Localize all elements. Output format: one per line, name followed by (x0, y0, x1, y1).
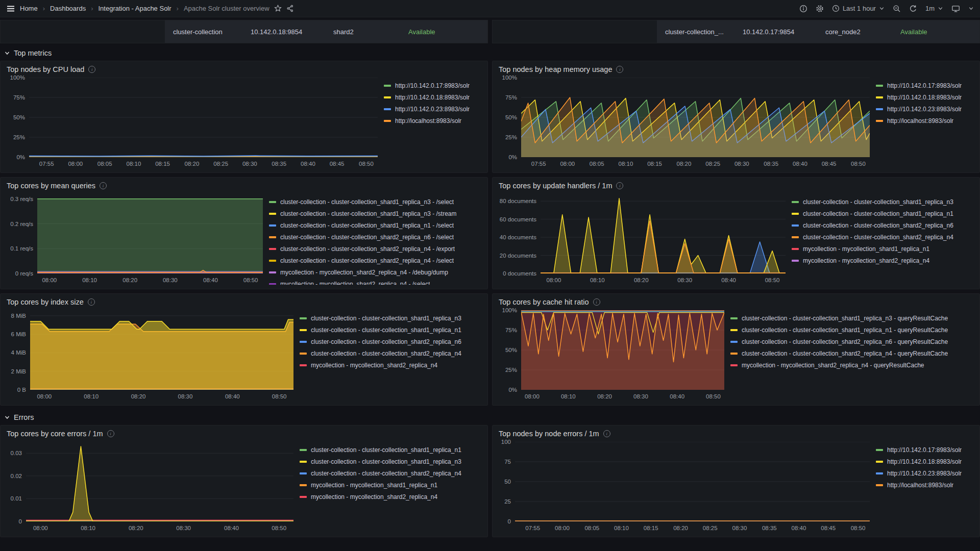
legend-item[interactable]: cluster-collection - cluster-collection_… (300, 336, 482, 347)
legend-item[interactable]: cluster-collection - cluster-collection_… (730, 336, 974, 347)
legend-item[interactable]: cluster-collection - cluster-collection_… (269, 231, 482, 243)
breadcrumb-folder[interactable]: Integration - Apache Solr (98, 5, 171, 12)
table-row[interactable]: cluster-collection 10.142.0.18:9854 shar… (165, 20, 487, 43)
legend-item[interactable]: cluster-collection - cluster-collection_… (269, 243, 482, 255)
dashboard-insights-icon[interactable] (799, 5, 807, 13)
plot-area[interactable] (29, 78, 378, 157)
legend-item[interactable]: mycollection - mycollection_shard2_repli… (269, 278, 482, 285)
plot-area[interactable] (541, 194, 786, 273)
table-row[interactable]: cluster-collection_... 10.142.0.17:9854 … (657, 20, 979, 43)
plot-area[interactable] (30, 310, 293, 390)
update-handlers-chart[interactable]: 0 documents20 documents40 documents60 do… (498, 194, 786, 285)
legend-item[interactable]: http://10.142.0.17:8983/solr (384, 80, 482, 91)
chevron-down-icon (879, 6, 885, 11)
legend-item[interactable]: cluster-collection - cluster-collection_… (300, 324, 482, 336)
node-errors-chart[interactable]: 0255075100 07:5508:0008:0508:1008:1508:2… (498, 442, 870, 533)
chevron-down-icon[interactable] (968, 6, 974, 11)
info-icon[interactable] (107, 430, 114, 437)
legend-item[interactable]: mycollection - mycollection_shard2_repli… (792, 255, 974, 266)
legend-item[interactable]: cluster-collection - cluster-collection_… (730, 324, 974, 336)
legend-item[interactable]: http://10.142.0.17:8983/solr (876, 444, 974, 456)
core-errors-chart[interactable]: 00.010.020.03 08:0008:1008:2008:3008:400… (6, 442, 293, 533)
plot-area[interactable] (521, 310, 724, 390)
legend-item[interactable]: cluster-collection - cluster-collection_… (792, 231, 974, 243)
cpu-load-chart[interactable]: 0%25%50%75%100% 07:5508:0008:0508:1008:1… (6, 78, 378, 168)
legend-item[interactable]: cluster-collection - cluster-collection_… (269, 255, 482, 266)
legend-item[interactable]: http://10.142.0.18:8983/solr (384, 91, 482, 103)
plot-area[interactable] (37, 194, 263, 273)
info-icon[interactable] (616, 66, 623, 73)
refresh-icon[interactable] (909, 5, 917, 13)
share-icon[interactable] (286, 5, 294, 12)
plot-area[interactable] (515, 442, 870, 521)
legend-item[interactable]: cluster-collection - cluster-collection_… (792, 208, 974, 219)
info-icon[interactable] (616, 182, 623, 189)
legend-item[interactable]: cluster-collection - cluster-collection_… (300, 312, 482, 324)
info-icon[interactable] (88, 66, 95, 73)
legend-item[interactable]: http://10.142.0.23:8983/solr (876, 467, 974, 479)
star-icon[interactable] (274, 5, 282, 12)
legend-item[interactable]: cluster-collection - cluster-collection_… (300, 456, 482, 467)
plot-area[interactable] (521, 78, 870, 157)
legend-item[interactable]: http://localhost:8983/solr (876, 115, 974, 127)
y-tick-label: 0% (16, 154, 25, 160)
legend-item[interactable]: cluster-collection - cluster-collection_… (269, 219, 482, 231)
legend-swatch (876, 461, 883, 463)
kiosk-monitor-icon[interactable] (951, 5, 960, 13)
y-axis: 0%25%50%75%100% (498, 78, 521, 157)
legend-item[interactable]: cluster-collection - cluster-collection_… (792, 196, 974, 208)
zoom-out-icon[interactable] (893, 5, 901, 13)
menu-icon[interactable] (6, 4, 15, 13)
info-icon[interactable] (593, 298, 600, 306)
legend-item[interactable]: mycollection - mycollection_shard2_repli… (300, 359, 482, 371)
legend-item[interactable]: mycollection - mycollection_shard1_repli… (792, 243, 974, 255)
cache-hit-ratio-chart[interactable]: 0%25%50%75%100% 08:0008:1008:2008:3008:4… (498, 310, 724, 401)
refresh-interval-picker[interactable]: 1m (925, 5, 943, 12)
legend-item[interactable]: http://localhost:8983/solr (384, 115, 482, 127)
breadcrumb-home[interactable]: Home (20, 5, 38, 12)
legend-item[interactable]: cluster-collection - cluster-collection_… (300, 444, 482, 456)
legend-item[interactable]: cluster-collection - cluster-collection_… (300, 347, 482, 359)
plot-area[interactable] (26, 442, 293, 521)
time-range-picker[interactable]: Last 1 hour (832, 5, 885, 12)
legend-item[interactable]: http://10.142.0.18:8983/solr (876, 456, 974, 467)
legend-label: mycollection - mycollection_shard2_repli… (280, 281, 430, 285)
legend-item[interactable]: http://10.142.0.18:8983/solr (876, 91, 974, 103)
x-tick-label: 08:40 (224, 525, 239, 531)
x-tick-label: 08:35 (762, 525, 777, 531)
index-size-chart[interactable]: 0 B2 MiB4 MiB6 MiB8 MiB 08:0008:1008:200… (6, 310, 293, 401)
legend-item[interactable]: mycollection - mycollection_shard2_repli… (269, 266, 482, 278)
breadcrumb-dashboards[interactable]: Dashboards (50, 5, 86, 12)
info-icon[interactable] (88, 298, 95, 306)
section-errors[interactable]: Errors (0, 410, 980, 425)
x-tick-label: 08:50 (272, 393, 287, 399)
legend-item[interactable]: cluster-collection - cluster-collection_… (730, 312, 974, 324)
y-tick-label: 0.3 req/s (10, 196, 33, 202)
legend-item[interactable]: mycollection - mycollection_shard1_repli… (300, 479, 482, 491)
legend-item[interactable]: mycollection - mycollection_shard2_repli… (300, 491, 482, 503)
legend-item[interactable]: cluster-collection - cluster-collection_… (730, 347, 974, 359)
y-tick-label: 75 (504, 459, 511, 465)
legend-item[interactable]: http://localhost:8983/solr (876, 479, 974, 491)
x-tick-label: 08:00 (42, 277, 57, 283)
info-icon[interactable] (603, 430, 610, 437)
y-tick-label: 50% (505, 347, 517, 353)
heap-memory-chart[interactable]: 0%25%50%75%100% 07:5508:0008:0508:1008:1… (498, 78, 870, 168)
y-tick-label: 75% (505, 327, 517, 333)
legend-label: cluster-collection - cluster-collection_… (742, 327, 948, 334)
legend-item[interactable]: cluster-collection - cluster-collection_… (269, 196, 482, 208)
x-tick-label: 08:00 (33, 525, 48, 531)
legend-item[interactable]: cluster-collection - cluster-collection_… (300, 467, 482, 479)
legend-label: mycollection - mycollection_shard1_repli… (803, 245, 929, 253)
legend-swatch (876, 449, 883, 451)
legend-item[interactable]: mycollection - mycollection_shard2_repli… (730, 359, 974, 371)
mean-queries-chart[interactable]: 0 req/s0.1 req/s0.2 req/s0.3 req/s 08:00… (6, 194, 263, 285)
legend-item[interactable]: http://10.142.0.17:8983/solr (876, 80, 974, 91)
legend-item[interactable]: http://10.142.0.23:8983/solr (876, 103, 974, 115)
settings-gear-icon[interactable] (816, 5, 824, 13)
legend-item[interactable]: cluster-collection - cluster-collection_… (269, 208, 482, 219)
info-icon[interactable] (100, 182, 107, 189)
section-top-metrics[interactable]: Top metrics (0, 45, 980, 61)
legend-item[interactable]: http://10.142.0.23:8983/solr (384, 103, 482, 115)
legend-item[interactable]: cluster-collection - cluster-collection_… (792, 219, 974, 231)
